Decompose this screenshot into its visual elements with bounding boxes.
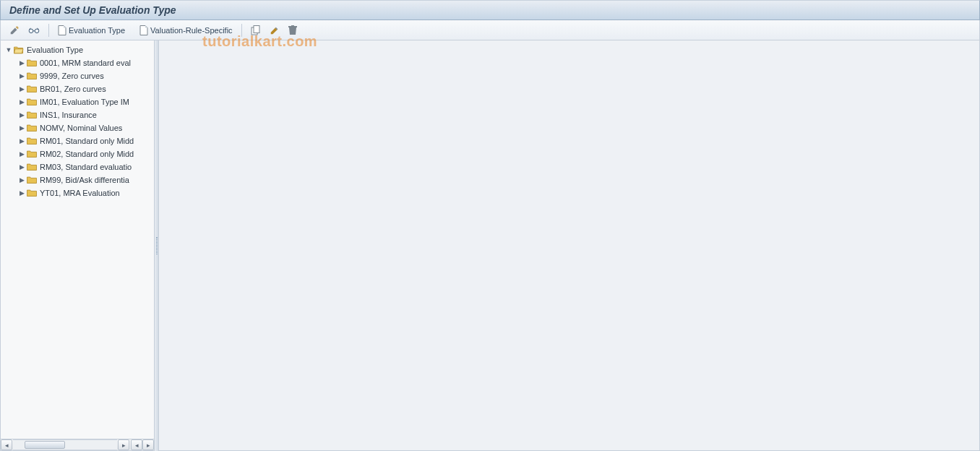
folder-icon [27, 98, 37, 106]
expand-icon[interactable]: ▶ [18, 150, 25, 158]
expand-icon[interactable]: ▶ [18, 137, 25, 145]
tree-item-label: 9999, Zero curves [40, 72, 104, 80]
content-area: ▼ Evaluation Type ▶ 0001, MRM standard e… [0, 40, 980, 451]
tree-item-label: IM01, Evaluation Type IM [40, 98, 129, 106]
scroll-left2-button[interactable]: ◂ [131, 439, 142, 450]
folder-icon [27, 72, 37, 80]
tree-item-label: INS1, Insurance [40, 111, 97, 119]
edit-button[interactable] [7, 23, 22, 38]
tree-item-label: 0001, MRM standard eval [40, 59, 131, 67]
tree-item-label: RM01, Standard only Midd [40, 137, 134, 145]
tree-item-rm99[interactable]: ▶ RM99, Bid/Ask differentia [1, 173, 154, 186]
folder-open-icon [14, 46, 24, 54]
svg-rect-3 [254, 25, 259, 33]
expand-icon[interactable]: ▶ [18, 163, 25, 171]
change-button[interactable] [267, 23, 283, 38]
tree-item-label: RM99, Bid/Ask differentia [40, 176, 129, 184]
folder-icon [27, 111, 37, 119]
copy-icon [251, 25, 261, 35]
splitter-grip-icon [156, 237, 158, 254]
copy-button[interactable] [248, 23, 264, 38]
create-valuation-rule-label: Valuation-Rule-Specific [150, 26, 233, 35]
folder-icon [27, 176, 37, 184]
glasses-button[interactable] [25, 23, 43, 38]
tree-item-br01[interactable]: ▶ BR01, Zero curves [1, 82, 154, 95]
main-area [159, 40, 980, 451]
scroll-thumb[interactable] [25, 441, 65, 449]
page-title: Define and Set Up Evaluation Type [9, 4, 176, 16]
folder-icon [27, 137, 37, 145]
create-evaluation-type-label: Evaluation Type [69, 26, 125, 35]
tree-item-rm02[interactable]: ▶ RM02, Standard only Midd [1, 147, 154, 160]
scroll-track[interactable] [13, 439, 117, 450]
title-bar: Define and Set Up Evaluation Type [0, 0, 980, 20]
glasses-icon [28, 25, 40, 35]
tree-root[interactable]: ▼ Evaluation Type [1, 43, 154, 56]
expand-icon[interactable]: ▶ [18, 59, 25, 66]
create-valuation-rule-button[interactable]: Valuation-Rule-Specific [137, 23, 236, 38]
tree-scroll[interactable]: ▼ Evaluation Type ▶ 0001, MRM standard e… [1, 40, 154, 439]
pencil-icon [9, 25, 20, 35]
delete-button[interactable] [285, 23, 300, 38]
tree-item-label: RM03, Standard evaluatio [40, 163, 132, 171]
tree-item-label: BR01, Zero curves [40, 85, 106, 93]
tree-item-rm01[interactable]: ▶ RM01, Standard only Midd [1, 134, 154, 147]
scroll-left-button[interactable]: ◂ [1, 439, 12, 450]
toolbar-separator [241, 24, 242, 37]
folder-icon [27, 189, 37, 197]
expand-icon[interactable]: ▶ [18, 111, 25, 119]
tree-item-yt01[interactable]: ▶ YT01, MRA Evaluation [1, 186, 154, 199]
app-toolbar: Evaluation Type Valuation-Rule-Specific [0, 20, 980, 40]
expand-icon[interactable]: ▶ [18, 85, 25, 93]
folder-icon [27, 124, 37, 132]
page-icon [58, 25, 66, 35]
expand-icon[interactable]: ▶ [18, 176, 25, 184]
folder-icon [27, 85, 37, 93]
expand-icon[interactable]: ▶ [18, 98, 25, 106]
tree-item-label: NOMV, Nominal Values [40, 124, 122, 132]
create-evaluation-type-button[interactable]: Evaluation Type [55, 23, 128, 38]
scroll-right2-button[interactable]: ▸ [142, 439, 154, 450]
pencil2-icon [270, 25, 280, 35]
tree-item-label: YT01, MRA Evaluation [40, 189, 120, 197]
tree-panel: ▼ Evaluation Type ▶ 0001, MRM standard e… [0, 40, 155, 451]
collapse-icon[interactable]: ▼ [5, 46, 12, 53]
page-icon [139, 25, 148, 35]
folder-icon [27, 163, 37, 171]
tree-item-ins1[interactable]: ▶ INS1, Insurance [1, 108, 154, 121]
folder-icon [27, 59, 37, 67]
expand-icon[interactable]: ▶ [18, 72, 25, 80]
expand-icon[interactable]: ▶ [18, 189, 25, 197]
expand-icon[interactable]: ▶ [18, 124, 25, 132]
tree-item-nomv[interactable]: ▶ NOMV, Nominal Values [1, 121, 154, 134]
toolbar-separator [48, 24, 49, 37]
tree-item-label: RM02, Standard only Midd [40, 150, 134, 158]
tree-item-9999[interactable]: ▶ 9999, Zero curves [1, 69, 154, 82]
scroll-right-button[interactable]: ▸ [118, 439, 129, 450]
tree-root-label: Evaluation Type [27, 46, 83, 54]
tree-item-im01[interactable]: ▶ IM01, Evaluation Type IM [1, 95, 154, 108]
trash-icon [288, 25, 297, 35]
tree-item-0001[interactable]: ▶ 0001, MRM standard eval [1, 56, 154, 69]
tree-hscrollbar[interactable]: ◂ ▸ ◂ ▸ [1, 439, 154, 450]
folder-icon [27, 150, 37, 158]
tree-item-rm03[interactable]: ▶ RM03, Standard evaluatio [1, 160, 154, 173]
